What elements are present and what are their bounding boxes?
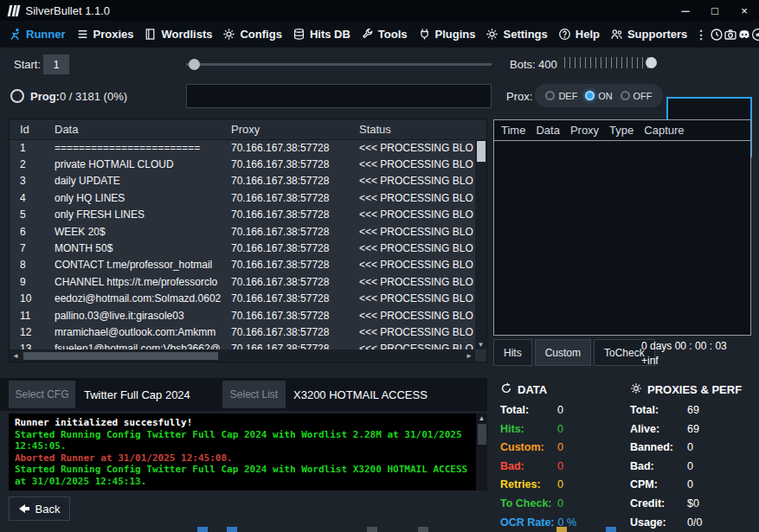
taskbar-icon-fragment[interactable]	[606, 527, 616, 532]
start-slider[interactable]	[186, 63, 492, 66]
cell-proxy: 70.166.167.38:57728	[221, 292, 349, 304]
stat-row: Hits:0	[500, 423, 623, 435]
camera-icon[interactable]	[724, 23, 737, 45]
prox-option-on[interactable]: ON	[585, 91, 613, 101]
scrollbar-thumb[interactable]	[23, 352, 218, 360]
horizontal-scrollbar[interactable]: ◄ ►	[10, 349, 475, 362]
back-button[interactable]: Back	[9, 497, 70, 521]
log-scrollbar[interactable]: ▲	[476, 413, 487, 490]
hits-tabs: Hits Custom ToCheck	[493, 339, 655, 366]
log-line: Aborted Runner at 31/01/2025 12:45:08.	[15, 452, 468, 465]
maximize-button[interactable]: □	[700, 0, 730, 21]
taskbar-icon-fragment[interactable]	[418, 527, 428, 532]
more-menu-icon[interactable]: ⋮	[692, 28, 710, 42]
cell-data: private HOTMAIL CLOUD	[44, 158, 221, 170]
history-icon[interactable]	[710, 23, 724, 45]
table-row[interactable]: 12mramichael@outlook.com:Amkmm70.166.167…	[10, 324, 475, 340]
cell-data: WEEK 20$	[44, 226, 221, 238]
table-row[interactable]: 6WEEK 20$70.166.167.38:57728<<< PROCESSI…	[10, 223, 475, 240]
taskbar-icon-fragment[interactable]	[556, 527, 567, 532]
table-row[interactable]: 5only FRESH LINES70.166.167.38:57728<<< …	[10, 207, 475, 223]
nav-hitsdb[interactable]: Hits DB	[287, 21, 356, 48]
table-row[interactable]: 11pallino.03@live.it:girasole0370.166.16…	[10, 307, 475, 324]
radio-icon	[621, 91, 630, 100]
runner-icon	[9, 28, 22, 41]
nav-plugins[interactable]: Plugins	[413, 21, 481, 48]
column-header-id: Id	[10, 123, 44, 136]
prox-option-def[interactable]: DEF	[545, 91, 577, 101]
scroll-right-icon[interactable]: ►	[463, 352, 475, 360]
cell-status: <<< PROCESSING BLO	[349, 276, 475, 288]
stat-row: Bad:0	[630, 460, 758, 472]
table-row[interactable]: 4only HQ LINES70.166.167.38:57728<<< PRO…	[10, 189, 475, 206]
nav-configs[interactable]: Configs	[217, 21, 286, 48]
nav-proxies[interactable]: Proxies	[71, 21, 139, 48]
wrench-icon	[361, 28, 374, 41]
nav-label: Proxies	[93, 28, 134, 41]
table-row[interactable]: 13fsuelen1@hotmail.com:Vbsb3662@70.166.1…	[10, 341, 475, 349]
scroll-up-icon[interactable]: ▲	[476, 414, 487, 422]
nav-tools[interactable]: Tools	[356, 21, 413, 48]
stat-row: Credit:$0	[630, 497, 758, 510]
select-config-button[interactable]: Select CFG	[9, 381, 75, 408]
data-stats-title: DATA	[518, 383, 547, 396]
table-row[interactable]: 9CHANNEL https://t.me/professorclo70.166…	[10, 273, 475, 290]
scroll-down-icon[interactable]: ▼	[475, 341, 486, 349]
selected-config-name: Twitter Full Cap 2024	[84, 388, 190, 401]
scrollbar-thumb[interactable]	[478, 424, 486, 445]
table-row[interactable]: 7MONTH 50$70.166.167.38:57728<<< PROCESS…	[10, 240, 475, 256]
config-bar: Select CFG Twitter Full Cap 2024 Select …	[0, 378, 487, 411]
cell-data: fsuelen1@hotmail.com:Vbsb3662@	[44, 343, 221, 349]
radio-icon	[545, 91, 555, 100]
select-list-button[interactable]: Select List	[222, 381, 286, 408]
cell-status: <<< PROCESSING BLO	[349, 343, 475, 349]
cell-data: pallino.03@live.it:girasole03	[44, 310, 221, 322]
nav-wordlists[interactable]: Wordlists	[138, 21, 217, 48]
progress-radio[interactable]	[10, 89, 24, 103]
table-row[interactable]: 1========================70.166.167.38:5…	[10, 139, 475, 156]
column-header-capture: Capture	[644, 124, 684, 137]
people-icon	[610, 28, 623, 41]
cell-data: eedozi@hotmail.com:Solmazd.0602	[44, 292, 221, 304]
telegram-icon[interactable]	[751, 23, 759, 45]
table-row[interactable]: 10eedozi@hotmail.com:Solmazd.060270.166.…	[10, 291, 475, 307]
bots-slider[interactable]	[564, 57, 654, 68]
cell-id: 4	[10, 192, 44, 204]
close-button[interactable]: ×	[730, 0, 759, 21]
tab-custom[interactable]: Custom	[535, 339, 591, 366]
start-slider-thumb[interactable]	[189, 59, 200, 70]
window-controls: ─ □ ×	[671, 0, 759, 21]
progress-label: Prog:	[30, 90, 60, 103]
cell-proxy: 70.166.167.38:57728	[221, 175, 349, 187]
nav-label: Settings	[503, 28, 547, 41]
scroll-left-icon[interactable]: ◄	[10, 352, 22, 360]
table-row[interactable]: 8CONTACT t.me/professor_hotmail70.166.16…	[10, 257, 475, 273]
table-row[interactable]: 2private HOTMAIL CLOUD70.166.167.38:5772…	[10, 156, 475, 172]
tab-hits[interactable]: Hits	[493, 339, 532, 366]
discord-icon[interactable]	[737, 23, 751, 45]
nav-settings[interactable]: Settings	[480, 21, 552, 48]
vertical-scrollbar[interactable]: ▼	[475, 139, 486, 349]
table-row[interactable]: 3daily UPDATE70.166.167.38:57728<<< PROC…	[10, 173, 475, 189]
nav-supporters[interactable]: Supporters	[605, 21, 692, 48]
minimize-button[interactable]: ─	[671, 0, 700, 21]
start-input[interactable]	[43, 54, 69, 74]
nav-help[interactable]: Help	[553, 21, 605, 48]
taskbar-icon-fragment[interactable]	[367, 527, 377, 532]
log-line: Started Running Config Twitter Full Cap …	[15, 429, 468, 452]
radio-selected-icon	[585, 91, 595, 100]
scrollbar-thumb[interactable]	[477, 141, 486, 162]
cell-data: daily UPDATE	[44, 175, 221, 187]
scrollbar-track[interactable]	[22, 349, 463, 362]
cell-id: 8	[10, 259, 44, 271]
stat-row: Bad:0	[500, 460, 623, 472]
taskbar-icon-fragment[interactable]	[227, 527, 237, 532]
refresh-icon	[500, 382, 512, 397]
bots-slider-thumb[interactable]	[646, 57, 657, 68]
prox-mode-group: DEF ON OFF	[535, 84, 663, 107]
nav-runner[interactable]: Runner	[3, 21, 71, 48]
log-line: Started Running Config Twitter Full Cap …	[15, 464, 468, 487]
taskbar-icon-fragment[interactable]	[197, 527, 208, 532]
prox-option-off[interactable]: OFF	[621, 91, 653, 101]
cell-status: <<< PROCESSING BLO	[349, 142, 475, 154]
